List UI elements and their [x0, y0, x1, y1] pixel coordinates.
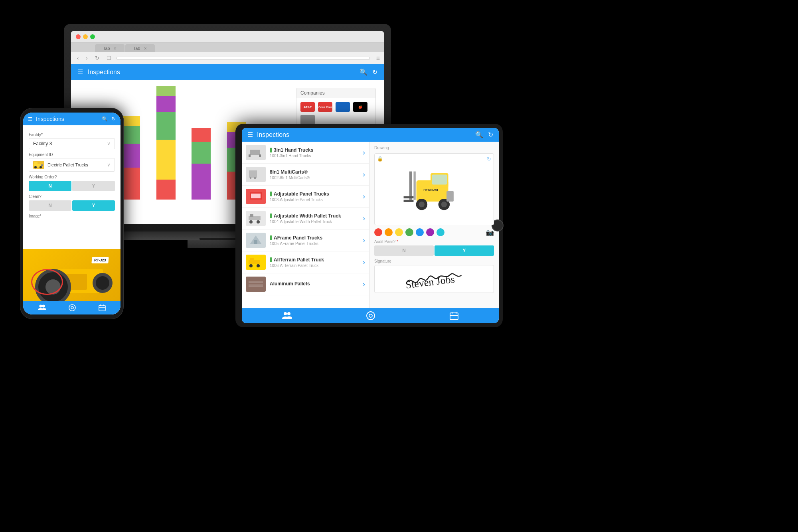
tablet-people-icon[interactable] [282, 312, 292, 320]
drawing-refresh-icon[interactable]: ↻ [487, 156, 491, 162]
item-info-6: AllTerrain Pallet Truck 1006-AllTerrain … [270, 257, 363, 268]
list-item[interactable]: 8In1 MultiCarts® 1002-8In1 MultiCarts® › [242, 164, 369, 186]
item-info-3: Adjustable Panel Trucks 1003-Adjustable … [270, 191, 363, 202]
url-input[interactable] [117, 57, 370, 60]
address-bar: ‹ › ↻ ☐ ≡ [71, 52, 384, 64]
tab-1-close[interactable]: ✕ [113, 46, 117, 51]
phone-search-icon[interactable]: 🔍 [102, 116, 108, 122]
item-thumb-3 [246, 189, 266, 204]
bar-3-seg-1 [156, 180, 176, 200]
phone-app-bar-left: ☰ Inspections [28, 116, 64, 122]
browser-tab-2[interactable]: Tab ✕ [125, 44, 155, 52]
browser-tab-1[interactable]: Tab ✕ [95, 44, 124, 52]
item-arrow-1[interactable]: › [363, 148, 365, 157]
item-arrow-3[interactable]: › [363, 192, 365, 201]
refresh-button[interactable]: ↻ [93, 54, 101, 62]
swatch-blue[interactable] [416, 228, 424, 236]
item-sub-6: 1006-AllTerrain Pallet Truck [270, 263, 363, 268]
swatch-purple[interactable] [426, 228, 434, 236]
svg-rect-31 [249, 281, 263, 287]
swatch-orange[interactable] [385, 228, 393, 236]
forward-button[interactable]: › [84, 54, 89, 62]
item-arrow-5[interactable]: › [363, 236, 365, 245]
audit-n-button[interactable]: N [374, 245, 434, 256]
audit-y-button[interactable]: Y [435, 245, 494, 256]
tablet-list: 3in1 Hand Trucks 1001-3in1 Hand Trucks ›… [242, 142, 369, 308]
phone-people-icon[interactable] [38, 305, 46, 311]
item-arrow-4[interactable]: › [363, 214, 365, 223]
signature-section: Signature Steven Jobs [374, 259, 494, 304]
item-sub-1: 1001-3in1 Hand Trucks [270, 154, 363, 158]
svg-rect-18 [254, 177, 256, 179]
company-logo-apple: 🍎 [353, 102, 367, 112]
phone-menu-icon[interactable]: ☰ [28, 116, 33, 122]
bar-2-seg-4 [121, 116, 140, 126]
browser-tabs: Tab ✕ Tab ✕ [71, 43, 384, 52]
svg-rect-22 [250, 214, 253, 217]
browser-titlebar [71, 31, 384, 43]
chart-bar-4 [185, 128, 217, 200]
laptop-app-bar-right: 🔍 ↻ [359, 68, 377, 76]
tablet-compass-icon[interactable] [366, 311, 375, 320]
laptop-search-icon[interactable]: 🔍 [359, 68, 367, 76]
item-arrow-6[interactable]: › [363, 258, 365, 267]
laptop-refresh-icon[interactable]: ↻ [372, 68, 377, 76]
list-item[interactable]: AllTerrain Pallet Truck 1006-AllTerrain … [242, 251, 369, 273]
audit-toggle-group: N Y [374, 245, 494, 256]
swatch-green[interactable] [405, 228, 413, 236]
image-label: Image* [29, 214, 115, 218]
signature-area[interactable]: Steven Jobs [374, 265, 494, 293]
browser-menu-icon[interactable]: ≡ [376, 55, 380, 62]
maximize-dot[interactable] [90, 34, 95, 39]
item-arrow-7[interactable]: › [363, 280, 365, 289]
working-order-n[interactable]: N [29, 181, 71, 191]
tab-2-close[interactable]: ✕ [144, 46, 147, 51]
item-name-4: Adjustable Width Pallet Truck [270, 213, 363, 219]
laptop-menu-icon[interactable]: ☰ [77, 68, 83, 76]
audit-pass-section: Audit Pass? * N Y [374, 239, 494, 256]
list-item[interactable]: Adjustable Panel Trucks 1003-Adjustable … [242, 186, 369, 208]
laptop-app-title: Inspections [88, 69, 120, 76]
list-item[interactable]: Aluminum Pallets › [242, 273, 369, 295]
svg-point-51 [369, 314, 372, 317]
working-order-y[interactable]: Y [72, 181, 115, 191]
swatch-teal[interactable] [437, 228, 444, 236]
clean-y[interactable]: Y [72, 200, 115, 211]
swatch-red[interactable] [374, 228, 382, 236]
phone-refresh-icon[interactable]: ↻ [112, 116, 116, 122]
audit-pass-label: Audit Pass? * [374, 239, 494, 244]
back-button[interactable]: ‹ [75, 54, 81, 62]
svg-rect-9 [99, 305, 105, 311]
tablet-search-icon[interactable]: 🔍 [475, 131, 483, 138]
minimize-dot[interactable] [83, 34, 88, 39]
bar-2-seg-2 [121, 144, 140, 168]
swatch-yellow[interactable] [395, 228, 403, 236]
svg-point-23 [249, 220, 253, 223]
phone-image-area: RT-J23 [23, 249, 120, 301]
list-item[interactable]: Adjustable Width Pallet Truck 1004-Adjus… [242, 208, 369, 229]
phone-calendar-icon[interactable] [99, 304, 106, 311]
list-item[interactable]: 3in1 Hand Trucks 1001-3in1 Hand Trucks › [242, 142, 369, 164]
signature-text: Steven Jobs [401, 264, 466, 294]
camera-icon[interactable]: 📷 [486, 229, 494, 236]
bar-3-seg-5 [156, 86, 176, 96]
equipment-field[interactable]: Electric Pallet Trucks ∨ [29, 158, 115, 172]
svg-rect-14 [249, 154, 251, 157]
tablet-calendar-icon[interactable] [450, 311, 458, 320]
bar-4-seg-2 [192, 142, 211, 164]
list-item[interactable]: AFrame Panel Trucks 1005-AFrame Panel Tr… [242, 229, 369, 251]
close-dot[interactable] [76, 34, 81, 39]
working-order-toggle: N Y [29, 181, 115, 191]
item-arrow-2[interactable]: › [363, 170, 365, 179]
signature-label: Signature [374, 259, 494, 263]
phone-compass-icon[interactable] [69, 304, 76, 311]
facility-select[interactable]: Facility 3 ∨ [29, 138, 115, 149]
item-name-7: Aluminum Pallets [270, 281, 363, 287]
clean-n[interactable]: N [29, 200, 71, 211]
equipment-chevron: ∨ [107, 162, 111, 168]
bar-3-seg-3 [156, 112, 176, 140]
working-order-label: Working Order? [29, 175, 115, 179]
tablet-refresh-icon[interactable]: ↻ [488, 131, 493, 138]
tablet-menu-icon[interactable]: ☰ [247, 131, 253, 138]
laptop-app-bar-left: ☰ Inspections [77, 68, 120, 76]
